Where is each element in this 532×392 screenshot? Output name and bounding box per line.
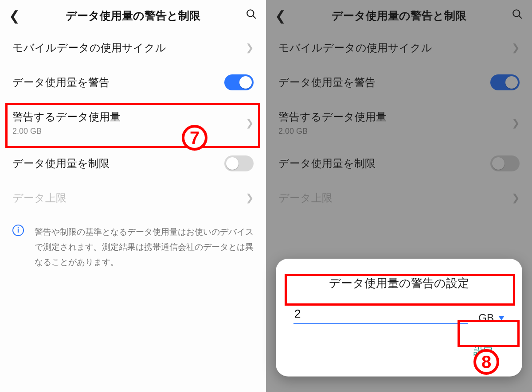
item-label: データ上限	[12, 191, 246, 205]
item-label: モバイルデータの使用サイクル	[12, 41, 246, 55]
item-label: データ使用量を制限	[12, 156, 224, 171]
info-block: i 警告や制限の基準となるデータ使用量はお使いのデバイスで測定されます。測定結果…	[0, 215, 266, 270]
screenshot-left: ❮ データ使用量の警告と制限 モバイルデータの使用サイクル ❯ データ使用量を警…	[0, 0, 266, 392]
info-icon: i	[12, 225, 35, 270]
search-icon[interactable]	[239, 8, 257, 23]
dialog-input-row: GB	[293, 304, 505, 324]
toggle-warn[interactable]	[224, 74, 254, 90]
app-bar: ❮ データ使用量の警告と制限	[0, 0, 266, 31]
item-label: 警告するデータ使用量	[12, 110, 246, 124]
dialog-data-warning: データ使用量の警告の設定 GB 設定	[276, 259, 522, 376]
item-limit-amount: データ上限 ❯	[0, 181, 266, 215]
confirm-button[interactable]: 設定	[462, 340, 505, 362]
value-input[interactable]	[293, 304, 468, 324]
dropdown-triangle-icon	[498, 316, 505, 320]
chevron-right-icon: ❯	[246, 42, 254, 54]
screenshot-right: ❮ データ使用量の警告と制限 モバイルデータの使用サイクル ❯ データ使用量を警…	[266, 0, 532, 392]
chevron-right-icon: ❯	[246, 117, 254, 129]
chevron-right-icon: ❯	[246, 192, 254, 204]
unit-dropdown[interactable]: GB	[478, 312, 505, 324]
toggle-limit[interactable]	[224, 155, 254, 171]
item-warn-toggle[interactable]: データ使用量を警告	[0, 65, 266, 100]
item-label: データ使用量を警告	[12, 75, 224, 89]
item-warn-amount[interactable]: 警告するデータ使用量 2.00 GB ❯	[0, 100, 266, 146]
dialog-title: データ使用量の警告の設定	[293, 276, 505, 291]
page-title: データ使用量の警告と制限	[27, 8, 239, 23]
back-icon[interactable]: ❮	[9, 8, 27, 23]
svg-line-1	[253, 16, 256, 19]
info-text: 警告や制限の基準となるデータ使用量はお使いのデバイスで測定されます。測定結果は携…	[35, 225, 254, 270]
unit-label: GB	[478, 312, 494, 324]
item-value: 2.00 GB	[12, 127, 246, 136]
item-data-cycle[interactable]: モバイルデータの使用サイクル ❯	[0, 31, 266, 65]
svg-point-0	[247, 10, 254, 16]
item-limit-toggle[interactable]: データ使用量を制限	[0, 146, 266, 181]
